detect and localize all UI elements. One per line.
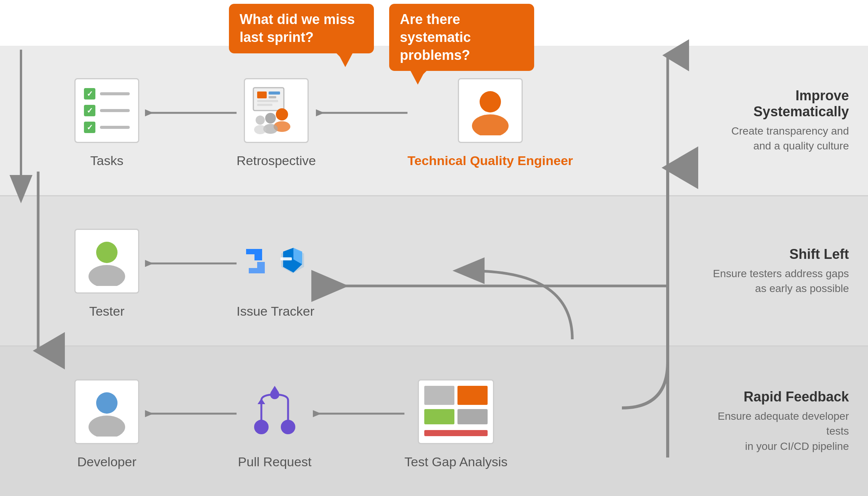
row-middle-label: Shift Left Ensure testers address gapsas… [696,246,849,295]
svg-point-30 [89,416,125,437]
developer-icon [69,374,145,450]
tester-item: Tester [69,223,145,319]
svg-point-20 [472,114,509,135]
svg-point-12 [276,108,288,120]
speech-bubbles: What did we miss last sprint? Are there … [0,0,868,50]
svg-point-29 [96,392,118,414]
arrow-tga-to-pr [313,406,404,421]
pull-request-item: Pull Request [237,374,313,469]
arrow-tqe-to-retro [316,105,407,120]
svg-point-14 [265,113,276,124]
developer-label: Developer [77,454,137,469]
svg-rect-9 [269,96,276,98]
tester-label: Tester [89,304,125,319]
bubble-left-text: What did we miss last sprint? [240,11,355,45]
tqe-item: Technical Quality Engineer [407,72,573,168]
bubble-right-text: Are there systematic problems? [400,11,471,63]
row-bottom-desc: Ensure adequate developer testsin your C… [696,409,849,454]
retrospective-item: Retrospective [237,72,316,168]
svg-point-22 [89,265,125,286]
row-bottom: Developer [0,347,868,496]
svg-point-19 [480,91,501,112]
svg-marker-1 [410,70,425,85]
pull-request-icon [237,374,313,450]
tasks-item: ✓ ✓ ✓ Tasks [69,72,145,168]
svg-point-21 [96,242,118,263]
svg-marker-0 [338,53,353,67]
test-gap-analysis-item: Test Gap Analysis [404,374,507,469]
svg-marker-37 [271,386,279,392]
svg-rect-6 [253,88,284,111]
row-middle: Tester [0,196,868,347]
row-top-label: Improve Systematically Create transparen… [696,88,849,153]
row-middle-title: Shift Left [696,246,849,262]
svg-rect-8 [269,91,280,95]
arrow-retro-to-tasks [145,105,237,120]
tqe-icon [452,72,528,149]
test-gap-analysis-label: Test Gap Analysis [404,454,507,469]
tqe-label: Technical Quality Engineer [407,153,573,168]
test-gap-analysis-icon [418,374,494,450]
arrow-issuetracker-to-tester [145,256,237,271]
retrospective-icon [238,72,314,149]
tasks-icon: ✓ ✓ ✓ [69,72,145,149]
retrospective-label: Retrospective [237,153,316,168]
tester-icon [69,223,145,299]
svg-rect-7 [257,91,267,98]
row-middle-desc: Ensure testers address gapsas early as p… [696,266,849,295]
pull-request-label: Pull Request [238,454,312,469]
row-bottom-title: Rapid Feedback [696,389,849,405]
svg-point-17 [254,125,266,134]
row-top-title: Improve Systematically [696,88,849,120]
row-bottom-label: Rapid Feedback Ensure adequate developer… [696,389,849,454]
main-container: What did we miss last sprint? Are there … [0,0,868,496]
row-top-desc: Create transparency andand a quality cul… [696,124,849,153]
bubble-left: What did we miss last sprint? [229,4,374,53]
developer-item: Developer [69,374,145,469]
svg-rect-10 [257,100,278,102]
tasks-label: Tasks [90,153,124,168]
svg-point-33 [281,420,295,434]
svg-point-32 [254,420,268,434]
svg-rect-11 [257,104,272,106]
bubble-right: Are there systematic problems? [389,4,534,71]
svg-marker-38 [258,398,265,404]
svg-point-16 [256,116,265,125]
arrow-pr-to-developer [145,406,237,421]
